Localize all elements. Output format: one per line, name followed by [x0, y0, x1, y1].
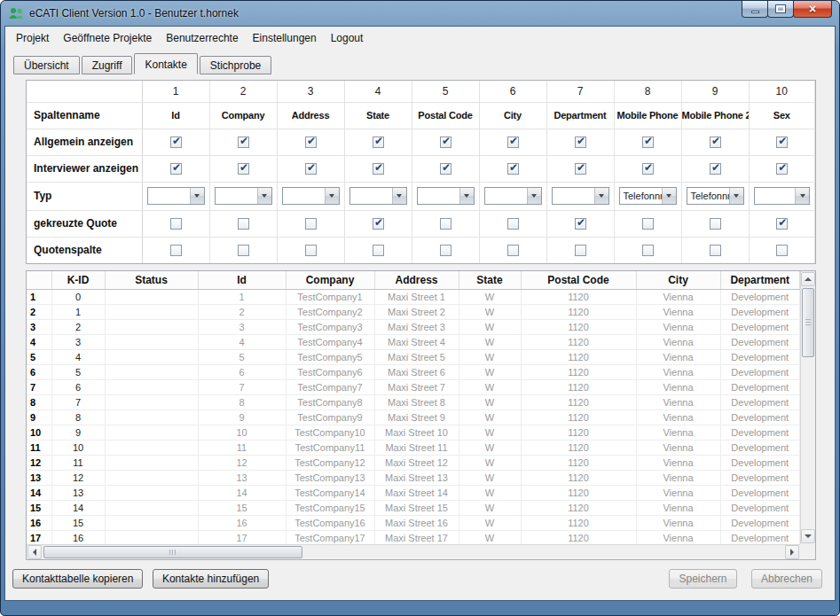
typ-select[interactable]	[215, 187, 272, 205]
typ-select[interactable]	[349, 187, 407, 205]
table-row[interactable]: 878TestCompany8Maxi Street 8W1120ViennaD…	[27, 394, 800, 409]
gekreuzte-quote-checkbox[interactable]	[440, 218, 451, 230]
horizontal-scrollbar[interactable]	[27, 544, 800, 559]
chevron-down-icon[interactable]	[594, 188, 608, 204]
column-header[interactable]: Address	[374, 271, 459, 289]
gekreuzte-quote-checkbox[interactable]	[710, 218, 721, 230]
tab-uebersicht[interactable]: Übersicht	[13, 56, 80, 74]
vertical-scroll-thumb[interactable]	[802, 288, 814, 357]
column-header[interactable]: K-ID	[51, 271, 105, 289]
interviewer-anzeigen-checkbox[interactable]	[305, 163, 317, 175]
quotenspalte-checkbox[interactable]	[776, 245, 788, 256]
chevron-down-icon[interactable]	[662, 188, 676, 204]
allgemein-anzeigen-checkbox[interactable]	[440, 136, 451, 148]
save-button[interactable]: Speichern	[669, 569, 736, 589]
gekreuzte-quote-checkbox[interactable]	[575, 218, 586, 230]
quotenspalte-checkbox[interactable]	[642, 245, 654, 256]
horizontal-scroll-thumb[interactable]	[43, 546, 302, 558]
interviewer-anzeigen-checkbox[interactable]	[642, 163, 654, 175]
typ-select[interactable]	[754, 187, 811, 205]
scroll-left-arrow[interactable]	[27, 545, 42, 559]
chevron-down-icon[interactable]	[190, 188, 204, 204]
menu-item-projekt[interactable]: Projekt	[11, 30, 54, 46]
scroll-up-arrow[interactable]	[801, 272, 815, 286]
interviewer-anzeigen-checkbox[interactable]	[440, 163, 451, 175]
column-header[interactable]: Department	[720, 271, 800, 289]
gekreuzte-quote-checkbox[interactable]	[170, 218, 182, 230]
title-bar[interactable]: eCATI Client Version 1.0 - Benutzer t.ho…	[1, 1, 839, 26]
allgemein-anzeigen-checkbox[interactable]	[575, 136, 586, 148]
typ-select[interactable]: Telefonnr.	[619, 187, 677, 205]
typ-select[interactable]	[484, 187, 542, 205]
chevron-down-icon[interactable]	[392, 188, 406, 204]
add-contacts-button[interactable]: Kontakte hinzufügen	[153, 569, 269, 589]
quotenspalte-checkbox[interactable]	[507, 245, 519, 256]
typ-select[interactable]	[417, 187, 475, 205]
chevron-down-icon[interactable]	[325, 188, 339, 204]
quotenspalte-checkbox[interactable]	[305, 245, 317, 256]
tab-zugriff[interactable]: Zugriff	[82, 56, 133, 74]
close-button[interactable]: ×	[793, 1, 832, 18]
chevron-down-icon[interactable]	[527, 188, 541, 204]
table-row[interactable]: 141314TestCompany14Maxi Street 14W1120Vi…	[27, 485, 800, 500]
vertical-scrollbar[interactable]	[800, 271, 815, 544]
gekreuzte-quote-checkbox[interactable]	[373, 218, 384, 230]
menu-item-geoeffnete-projekte[interactable]: Geöffnete Projekte	[58, 30, 157, 46]
interviewer-anzeigen-checkbox[interactable]	[776, 163, 788, 175]
typ-select[interactable]: Telefonnr.	[687, 187, 744, 205]
table-row[interactable]: 545TestCompany5Maxi Street 5W1120ViennaD…	[27, 349, 800, 364]
table-row[interactable]: 121112TestCompany12Maxi Street 12W1120Vi…	[27, 455, 800, 470]
table-row[interactable]: 434TestCompany4Maxi Street 4W1120ViennaD…	[27, 334, 800, 349]
column-header[interactable]: Id	[198, 271, 286, 289]
table-row[interactable]: 111011TestCompany11Maxi Street 11W1120Vi…	[27, 440, 800, 455]
quotenspalte-checkbox[interactable]	[440, 245, 451, 256]
copy-contacts-table-button[interactable]: Kontakttabelle kopieren	[12, 569, 143, 589]
table-row[interactable]: 989TestCompany9Maxi Street 9W1120ViennaD…	[27, 409, 800, 425]
table-row[interactable]: 10910TestCompany10Maxi Street 10W1120Vie…	[27, 425, 800, 440]
column-header[interactable]: Postal Code	[521, 271, 636, 289]
tab-stichprobe[interactable]: Stichprobe	[200, 56, 271, 74]
chevron-down-icon[interactable]	[795, 188, 809, 204]
allgemein-anzeigen-checkbox[interactable]	[642, 136, 654, 148]
allgemein-anzeigen-checkbox[interactable]	[305, 136, 317, 148]
typ-select[interactable]	[147, 187, 205, 205]
interviewer-anzeigen-checkbox[interactable]	[507, 163, 519, 175]
gekreuzte-quote-checkbox[interactable]	[507, 218, 519, 230]
chevron-down-icon[interactable]	[257, 188, 271, 204]
table-row[interactable]: 161516TestCompany16Maxi Street 16W1120Vi…	[27, 515, 800, 530]
allgemein-anzeigen-checkbox[interactable]	[507, 136, 519, 148]
row-number-header[interactable]	[27, 271, 51, 289]
interviewer-anzeigen-checkbox[interactable]	[238, 163, 249, 175]
chevron-down-icon[interactable]	[729, 188, 743, 204]
maximize-button[interactable]	[767, 1, 794, 18]
typ-select[interactable]	[282, 187, 340, 205]
gekreuzte-quote-checkbox[interactable]	[642, 218, 654, 230]
quotenspalte-checkbox[interactable]	[373, 245, 384, 256]
table-row[interactable]: 212TestCompany2Maxi Street 2W1120ViennaD…	[27, 304, 800, 319]
interviewer-anzeigen-checkbox[interactable]	[710, 163, 721, 175]
allgemein-anzeigen-checkbox[interactable]	[373, 136, 384, 148]
minimize-button[interactable]	[742, 1, 768, 18]
tab-kontakte[interactable]: Kontakte	[134, 53, 197, 74]
column-header[interactable]: City	[636, 271, 720, 289]
scroll-right-arrow[interactable]	[785, 545, 799, 559]
quotenspalte-checkbox[interactable]	[710, 245, 721, 256]
quotenspalte-checkbox[interactable]	[238, 245, 249, 256]
table-row[interactable]: 151415TestCompany15Maxi Street 15W1120Vi…	[27, 500, 800, 515]
quotenspalte-checkbox[interactable]	[170, 245, 182, 256]
quotenspalte-checkbox[interactable]	[575, 245, 586, 256]
table-row[interactable]: 101TestCompany1Maxi Street 1W1120ViennaD…	[27, 289, 800, 304]
gekreuzte-quote-checkbox[interactable]	[305, 218, 317, 230]
table-row[interactable]: 323TestCompany3Maxi Street 3W1120ViennaD…	[27, 319, 800, 334]
typ-select[interactable]	[552, 187, 609, 205]
menu-item-benutzerrechte[interactable]: Benutzerrechte	[161, 30, 243, 46]
scroll-down-arrow[interactable]	[801, 529, 815, 543]
allgemein-anzeigen-checkbox[interactable]	[170, 136, 182, 148]
interviewer-anzeigen-checkbox[interactable]	[373, 163, 384, 175]
chevron-down-icon[interactable]	[459, 188, 474, 204]
interviewer-anzeigen-checkbox[interactable]	[575, 163, 586, 175]
table-row[interactable]: 656TestCompany6Maxi Street 6W1120ViennaD…	[27, 364, 800, 379]
allgemein-anzeigen-checkbox[interactable]	[776, 136, 788, 148]
allgemein-anzeigen-checkbox[interactable]	[710, 136, 721, 148]
gekreuzte-quote-checkbox[interactable]	[776, 218, 788, 230]
